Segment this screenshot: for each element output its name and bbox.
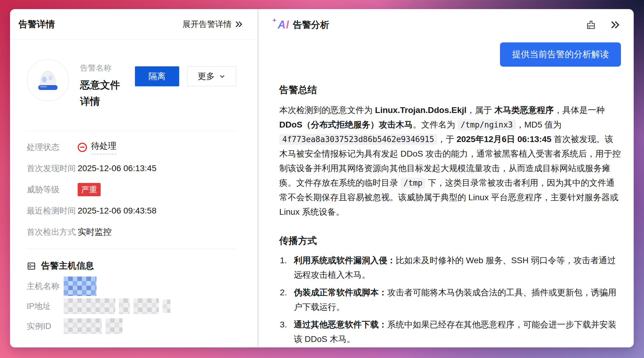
spread-method-list: 1. 利用系统或软件漏洞入侵：比如未及时修补的 Web 服务、SSH 弱口令等，… bbox=[279, 253, 621, 346]
double-chevron-right-icon bbox=[235, 20, 243, 28]
divider bbox=[27, 249, 236, 249]
hostname-redacted-value bbox=[64, 277, 96, 296]
detect-method-value: 实时监控 bbox=[78, 226, 112, 238]
alert-window: 告警详情 展开告警详情 bbox=[10, 9, 634, 347]
list-item-number: 1. bbox=[280, 253, 287, 268]
host-info-header: 告警主机信息 bbox=[27, 260, 236, 272]
list-item: 2. 伪装成正常软件或脚本：攻击者可能将木马伪装成合法的工具、插件或更新包，诱骗… bbox=[279, 285, 621, 314]
status-label: 处理状态 bbox=[27, 142, 78, 153]
detect-method-label: 首次检出方式 bbox=[27, 227, 78, 237]
ai-sparkle-icon: AI bbox=[272, 19, 289, 30]
alert-name-value: 恶意文件详情 bbox=[80, 77, 124, 110]
redacted-block bbox=[106, 318, 122, 334]
field-row-detect-method: 首次检出方式 实时监控 bbox=[27, 221, 236, 243]
chevron-down-icon bbox=[219, 73, 226, 80]
status-badge[interactable]: 待处理 bbox=[91, 140, 116, 154]
field-row-first-found: 首次发现时间 2025-12-06 06:13:45 bbox=[27, 158, 236, 179]
alert-fields: 处理状态 待处理 首次发现时间 2025-12-06 06:13:45 威胁等级… bbox=[27, 137, 236, 243]
alert-detail-body: 告警名称 恶意文件详情 隔离 更多 bbox=[10, 40, 257, 347]
alert-detail-title: 告警详情 bbox=[18, 18, 55, 31]
field-row-last-detect: 最近检测时间 2025-12-06 09:43:58 bbox=[27, 200, 236, 221]
first-found-label: 首次发现时间 bbox=[27, 163, 78, 174]
threat-level-label: 威胁等级 bbox=[27, 184, 78, 195]
alert-name-block: 告警名称 恶意文件详情 bbox=[80, 59, 124, 110]
field-row-threat-level: 威胁等级 严重 bbox=[27, 179, 236, 200]
instance-id-label: 实例ID bbox=[27, 321, 64, 332]
alert-analysis-title: 告警分析 bbox=[293, 19, 329, 31]
ai-logo-text: AI bbox=[278, 19, 289, 30]
redacted-block bbox=[64, 277, 96, 296]
host-row-instance-id: 实例ID bbox=[27, 316, 236, 336]
alert-actions: 隔离 更多 bbox=[135, 66, 236, 110]
avatar bbox=[27, 59, 69, 101]
spread-title: 传播方式 bbox=[279, 234, 621, 247]
server-box-icon bbox=[27, 261, 36, 271]
clear-brush-icon[interactable] bbox=[586, 20, 596, 30]
alert-profile: 告警名称 恶意文件详情 隔离 更多 bbox=[27, 59, 236, 110]
more-button[interactable]: 更多 bbox=[187, 66, 236, 86]
alert-analysis-header: AI 告警分析 bbox=[259, 9, 634, 41]
isolate-button[interactable]: 隔离 bbox=[135, 66, 179, 86]
divider bbox=[27, 131, 236, 131]
summary-paragraph: 本次检测到的恶意文件为 Linux.Trojan.Ddos.Ekjl，属于 木马… bbox=[279, 103, 621, 219]
redacted-block bbox=[119, 298, 130, 314]
alert-name-label: 告警名称 bbox=[80, 63, 124, 73]
list-item: 1. 利用系统或软件漏洞入侵：比如未及时修补的 Web 服务、SSH 弱口令等，… bbox=[279, 253, 621, 282]
analyze-alert-button[interactable]: 提供当前告警的分析解读 bbox=[500, 42, 621, 67]
alert-detail-panel: 告警详情 展开告警详情 bbox=[10, 9, 257, 347]
host-row-hostname: 主机名称 bbox=[27, 276, 236, 296]
minus-circle-icon bbox=[78, 143, 87, 152]
severity-badge: 严重 bbox=[78, 183, 101, 196]
list-item: 3. 通过其他恶意软件下载：系统中如果已经存在其他恶意程序，可能会进一步下载并安… bbox=[279, 317, 621, 346]
alert-detail-header: 告警详情 展开告警详情 bbox=[10, 9, 257, 40]
siren-icon bbox=[33, 66, 62, 95]
status-value-wrap: 待处理 bbox=[78, 140, 116, 154]
field-row-status: 处理状态 待处理 bbox=[27, 137, 236, 158]
host-row-ip: IP地址 bbox=[27, 296, 236, 316]
last-detect-value: 2025-12-06 09:43:58 bbox=[78, 206, 156, 216]
list-item-text: 伪装成正常软件或脚本：攻击者可能将木马伪装成合法的工具、插件或更新包，诱骗用户下… bbox=[294, 288, 616, 312]
list-item-number: 2. bbox=[280, 285, 287, 300]
last-detect-label: 最近检测时间 bbox=[27, 205, 78, 216]
list-item-text: 通过其他恶意软件下载：系统中如果已经存在其他恶意程序，可能会进一步下载并安装该 … bbox=[294, 320, 616, 344]
instance-id-redacted-value bbox=[64, 318, 122, 334]
alert-analysis-body: 提供当前告警的分析解读 告警总结 本次检测到的恶意文件为 Linux.Troja… bbox=[259, 41, 634, 347]
desktop-background: { "colors": { "primary": "#0f5ad8", "ana… bbox=[0, 0, 644, 358]
redacted-block bbox=[64, 298, 115, 314]
hostname-label: 主机名称 bbox=[27, 281, 64, 292]
redacted-block bbox=[163, 300, 170, 313]
ip-redacted-value bbox=[64, 298, 170, 314]
first-found-value: 2025-12-06 06:13:45 bbox=[78, 164, 156, 173]
summary-title: 告警总结 bbox=[279, 84, 621, 96]
redacted-block bbox=[133, 298, 159, 314]
host-info-title: 告警主机信息 bbox=[41, 260, 94, 272]
expand-alert-detail-link[interactable]: 展开告警详情 bbox=[183, 19, 243, 30]
more-button-label: 更多 bbox=[198, 71, 215, 82]
analysis-header-actions bbox=[586, 20, 620, 30]
redacted-block bbox=[64, 318, 102, 334]
host-info-rows: 主机名称 IP地址 实例ID bbox=[27, 276, 236, 336]
list-item-number: 3. bbox=[280, 317, 287, 332]
analyze-button-row: 提供当前告警的分析解读 bbox=[279, 42, 621, 67]
list-item-text: 利用系统或软件漏洞入侵：比如未及时修补的 Web 服务、SSH 弱口令等，攻击者… bbox=[294, 256, 616, 280]
collapse-panel-icon[interactable] bbox=[610, 20, 620, 30]
sparkle-icon bbox=[272, 18, 277, 23]
ip-label: IP地址 bbox=[27, 301, 64, 312]
expand-alert-detail-label: 展开告警详情 bbox=[183, 19, 232, 30]
alert-analysis-panel: AI 告警分析 提供当前告警的 bbox=[259, 9, 634, 347]
